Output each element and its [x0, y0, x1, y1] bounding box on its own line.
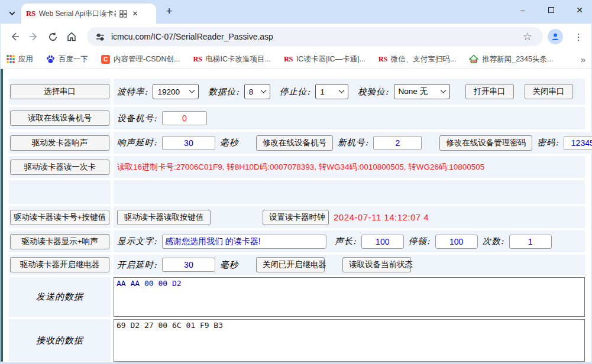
site-settings-icon[interactable] [95, 32, 105, 42]
clock-value: 2024-07-11 14:12:07 4 [334, 212, 429, 222]
relay-delay-label: 开启延时: [117, 259, 157, 271]
empty-cell [9, 180, 111, 204]
modify-password-button[interactable]: 修改在线设备管理密码 [439, 135, 532, 151]
sent-data-label: 发送的数据 [36, 291, 83, 303]
tab-close-icon[interactable]: ✕ [131, 9, 140, 18]
databits-select[interactable]: 8 [244, 84, 270, 99]
new-id-input[interactable] [373, 136, 422, 150]
page-content: 选择串口 波特率: 19200 数据位: 8 停止位: 1 校验位: None … [1, 69, 591, 362]
bookmarks-bar: 应用 百度一下 C 内容管理-CSDN创... RS 电梯IC卡改造项目... … [1, 50, 591, 69]
beep-delay-input[interactable] [162, 136, 215, 150]
bookmark-apps[interactable]: 应用 [7, 54, 33, 64]
received-data-label: 接收的数据 [36, 335, 83, 346]
bookmark-label: 微信、支付宝扫码... [391, 54, 456, 64]
bookmark-elevator-ic[interactable]: RS 电梯IC卡改造项目... [193, 54, 271, 64]
bookmark-label: 内容管理-CSDN创... [114, 54, 180, 64]
open-relay-button[interactable]: 驱动读卡器开启继电器 [10, 257, 109, 272]
device-id-input[interactable] [162, 111, 207, 125]
beep-length-label: 声长: [335, 236, 357, 247]
new-id-label: 新机号: [338, 137, 368, 148]
bookmark-2345-news[interactable]: 2345 推荐新闻_2345头条... [469, 54, 553, 64]
tab-strip: RS Web Serial Api串口读卡器 ✕ + – ✕ [0, 0, 592, 24]
display-text-label: 显示文字: [117, 236, 157, 247]
parity-label: 校验位: [358, 86, 389, 98]
display-beep-button[interactable]: 驱动读卡器显示+响声 [10, 234, 109, 249]
apps-grid-icon [7, 55, 15, 63]
beep-length-input[interactable] [361, 235, 404, 249]
window-maximize-button[interactable] [546, 5, 557, 15]
window-close-button[interactable]: ✕ [574, 5, 585, 15]
stopbits-label: 停止位: [280, 86, 310, 98]
back-icon[interactable] [7, 28, 23, 45]
window-minimize-button[interactable]: – [517, 5, 528, 15]
relay-delay-input[interactable] [162, 258, 215, 272]
times-input[interactable] [509, 235, 552, 249]
bookmark-ic-reader[interactable]: RS IC读卡器|IC—卡通|... [284, 54, 365, 64]
pause-input[interactable] [435, 235, 478, 249]
ms-label: 毫秒 [220, 137, 238, 148]
bookmark-baidu[interactable]: 百度一下 [46, 54, 88, 64]
baud-select[interactable]: 19200 [153, 84, 199, 99]
rs-icon: RS [284, 55, 293, 64]
received-data-textarea[interactable]: 69 D2 27 00 6C 01 F9 B3 [114, 319, 585, 362]
bookmark-label: IC读卡器|IC—卡通|... [296, 54, 365, 64]
password-label: 密码: [537, 137, 559, 148]
display-text-input[interactable] [162, 235, 326, 249]
url-text[interactable]: icmcu.com/IC-07/SerialReader_Passive.asp [111, 32, 273, 41]
baidu-icon [46, 55, 55, 64]
read-key-value-button[interactable]: 驱动读卡器读取按键值 [117, 210, 211, 225]
read-device-id-button[interactable]: 读取在线设备机号 [10, 110, 109, 126]
bookmark-label: 百度一下 [59, 54, 88, 64]
bookmark-csdn[interactable]: C 内容管理-CSDN创... [101, 54, 180, 64]
rs-favicon-icon: RS [26, 9, 35, 18]
baud-label: 波特率: [117, 86, 148, 98]
password-input[interactable] [564, 136, 592, 150]
read-status-button[interactable]: 读取设备当前状态 [342, 257, 411, 272]
address-bar[interactable]: icmcu.com/IC-07/SerialReader_Passive.asp [87, 27, 543, 46]
empty-cell [114, 180, 585, 204]
card-read-result: 读取16进制卡号:27006C01F9, 转8H10D码:0007078393,… [117, 162, 484, 173]
csdn-icon: C [101, 55, 110, 64]
bookmark-wechat-alipay[interactable]: RS 微信、支付宝扫码... [379, 54, 456, 64]
beep-delay-label: 响声延时: [117, 137, 157, 148]
read-card-plus-key-button[interactable]: 驱动读卡器读卡号+按键值 [10, 210, 109, 225]
modify-device-id-button[interactable]: 修改在线设备机号 [256, 135, 333, 151]
pause-label: 停顿: [409, 236, 431, 247]
read-card-once-button[interactable]: 驱动读卡器读一次卡 [10, 160, 109, 175]
browser-toolbar: icmcu.com/IC-07/SerialReader_Passive.asp… [1, 24, 591, 50]
close-relay-button[interactable]: 关闭已开启继电器 [256, 257, 325, 272]
tab-search-icon[interactable] [5, 6, 19, 20]
set-clock-button[interactable]: 设置读卡器时钟 [263, 210, 329, 225]
parity-select[interactable]: None 无 [394, 84, 450, 99]
open-port-button[interactable]: 打开串口 [465, 84, 514, 99]
profile-avatar[interactable] [548, 29, 563, 44]
reload-icon[interactable] [44, 28, 61, 45]
beep-button[interactable]: 驱动发卡器响声 [10, 135, 109, 151]
bookmarks-overflow-chevron[interactable]: » [581, 54, 585, 64]
relay-ms-label: 毫秒 [220, 259, 238, 271]
rs-icon: RS [379, 55, 387, 64]
svg-text:2345: 2345 [470, 59, 477, 63]
close-port-button[interactable]: 关闭串口 [525, 84, 573, 99]
new-tab-button[interactable]: + [162, 5, 176, 19]
house-2345-icon: 2345 [469, 54, 478, 64]
home-icon[interactable] [63, 28, 80, 45]
times-label: 次数: [483, 236, 504, 247]
tab-title: Web Serial Api串口读卡器 [39, 9, 116, 19]
menu-kebab-icon[interactable]: ⋮ [570, 31, 587, 43]
sent-data-textarea[interactable]: AA AA 00 00 D2 [114, 277, 585, 317]
bookmark-label: 电梯IC卡改造项目... [205, 54, 270, 64]
rs-icon: RS [193, 55, 202, 64]
select-port-button[interactable]: 选择串口 [10, 84, 109, 99]
databits-label: 数据位: [208, 86, 239, 98]
stopbits-select[interactable]: 1 [315, 84, 348, 99]
forward-icon[interactable] [25, 28, 42, 45]
bookmark-label: 应用 [18, 54, 33, 64]
browser-tab[interactable]: RS Web Serial Api串口读卡器 ✕ [21, 4, 156, 24]
tab-grid-icon [119, 10, 127, 18]
bookmark-star-icon[interactable]: ☆ [523, 30, 532, 43]
bookmark-label: 推荐新闻_2345头条... [482, 54, 553, 64]
device-id-label: 设备机号: [117, 113, 157, 124]
